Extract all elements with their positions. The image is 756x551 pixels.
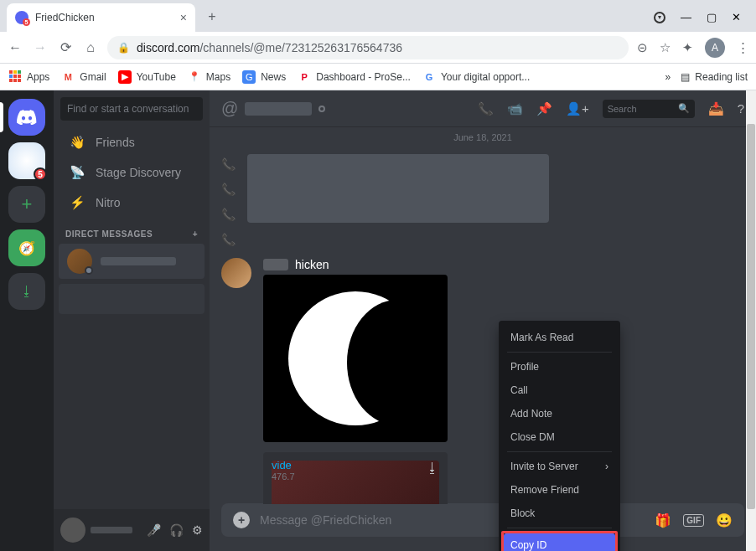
maximize-icon[interactable]: ▢ (707, 11, 717, 23)
bookmark-news[interactable]: GNews (242, 70, 286, 84)
image-attachment[interactable] (263, 275, 448, 442)
menu-mark-as-read[interactable]: Mark As Read (504, 326, 615, 349)
menu-icon[interactable]: ⋮ (737, 40, 749, 55)
bookmark-digital[interactable]: GYour digital opport... (422, 70, 530, 84)
server-list: 5 + 🧭 ⭳ (0, 90, 54, 551)
create-dm-icon[interactable]: + (193, 229, 198, 239)
inbox-icon[interactable]: 📥 (708, 101, 724, 116)
voice-call-icon[interactable]: 📞 (478, 101, 494, 116)
user-context-menu: Mark As Read Profile Call Add Note Close… (499, 321, 620, 551)
chat-area: @ 📞 📹 📌 👤+ Search🔍 📥 ? June 18, 2021 📞 📞… (210, 90, 756, 551)
menu-copy-id[interactable]: Copy ID (504, 533, 615, 551)
date-divider: June 18, 2021 (221, 127, 744, 147)
emoji-icon[interactable]: 😀 (716, 512, 733, 528)
call-icon: 📞 (221, 157, 236, 171)
close-window-icon[interactable]: ✕ (732, 11, 741, 23)
maps-icon: 📍 (188, 70, 201, 84)
add-server-button[interactable]: + (8, 186, 45, 223)
reading-list-button[interactable]: ▤Reading list (681, 71, 748, 83)
video-filesize: 476.7 (272, 471, 295, 481)
highlight-annotation: Copy ID (501, 531, 618, 551)
user-avatar (67, 249, 92, 274)
browser-toolbar: ← → ⟳ ⌂ 🔒 discord.com/channels/@me/72312… (0, 32, 756, 64)
attach-icon[interactable]: + (233, 512, 250, 528)
discord-app: 5 + 🧭 ⭳ Find or start a conversation 👋Fr… (0, 90, 756, 551)
friends-nav[interactable]: 👋Friends (59, 128, 205, 157)
nitro-nav[interactable]: ⚡Nitro (59, 188, 205, 217)
explore-servers-button[interactable]: 🧭 (8, 229, 45, 266)
download-apps-button[interactable]: ⭳ (8, 273, 45, 310)
bookmark-overflow-icon[interactable]: » (665, 71, 671, 83)
bookmark-star-icon[interactable]: ☆ (660, 40, 671, 55)
reload-button[interactable]: ⟳ (57, 39, 74, 55)
dm-username-redacted (101, 257, 176, 265)
dm-conversation[interactable] (59, 244, 205, 279)
account-indicator-icon[interactable] (654, 12, 665, 23)
address-bar[interactable]: 🔒 discord.com/channels/@me/7231252631765… (107, 36, 629, 59)
home-button[interactable]: ⌂ (82, 40, 99, 55)
bookmark-apps[interactable]: Apps (8, 70, 49, 84)
bookmark-youtube[interactable]: ▶YouTube (118, 70, 176, 84)
gmail-icon: M (61, 70, 75, 84)
search-icon: 🔍 (678, 103, 690, 114)
username-partial: hicken (295, 258, 329, 271)
menu-block[interactable]: Block (504, 502, 615, 525)
menu-call[interactable]: Call (504, 378, 615, 402)
nitro-icon: ⚡ (69, 195, 85, 210)
home-button[interactable] (8, 99, 45, 136)
message-group: 📞 📞 📞 📞 (221, 154, 744, 246)
server-item[interactable]: 5 (8, 142, 45, 179)
apps-icon (8, 70, 22, 84)
video-thumbnail (272, 461, 439, 504)
search-input[interactable]: Search🔍 (603, 100, 695, 118)
message-list[interactable]: June 18, 2021 📞 📞 📞 📞 hicken (210, 127, 756, 504)
menu-invite-to-server[interactable]: Invite to Server› (504, 455, 615, 478)
new-tab-button[interactable]: + (200, 5, 224, 28)
close-tab-icon[interactable]: × (180, 11, 187, 24)
video-attachment[interactable]: vide 476.7 ⭳ (263, 452, 448, 504)
video-call-icon[interactable]: 📹 (507, 101, 523, 116)
scrollbar-thumb[interactable] (747, 124, 755, 509)
input-placeholder: Message @FriedChicken (260, 513, 391, 527)
call-icons-column: 📞 📞 📞 📞 (221, 154, 236, 246)
bookmark-dashboard[interactable]: PDashboard - ProSe... (298, 70, 411, 84)
lock-icon: 🔒 (117, 42, 130, 54)
self-avatar[interactable] (60, 518, 85, 543)
video-filename: vide (272, 459, 295, 471)
zoom-icon[interactable]: ⊝ (637, 40, 648, 55)
gif-icon[interactable]: GIF (683, 514, 704, 527)
bookmark-maps[interactable]: 📍Maps (188, 70, 230, 84)
extensions-icon[interactable]: ✦ (682, 40, 693, 55)
bookmark-gmail[interactable]: MGmail (61, 70, 106, 84)
friends-icon: 👋 (69, 135, 85, 150)
chevron-right-icon: › (605, 461, 608, 472)
page-scrollbar[interactable] (746, 90, 756, 551)
reading-list-icon: ▤ (681, 71, 690, 83)
menu-remove-friend[interactable]: Remove Friend (504, 478, 615, 502)
news-icon: G (242, 70, 256, 84)
browser-tab[interactable]: FriedChicken × (7, 3, 195, 32)
menu-close-dm[interactable]: Close DM (504, 425, 615, 449)
stage-discovery-nav[interactable]: 📡Stage Discovery (59, 158, 205, 187)
minimize-icon[interactable]: — (681, 11, 691, 23)
menu-separator (507, 528, 612, 528)
message-input-area: + Message @FriedChicken 🎁 GIF 😀 (210, 504, 756, 551)
profile-avatar[interactable]: A (705, 38, 725, 58)
menu-add-note[interactable]: Add Note (504, 402, 615, 425)
message-avatar[interactable] (221, 258, 251, 288)
mute-icon[interactable]: 🎤̸ (147, 523, 161, 537)
deafen-icon[interactable]: 🎧 (169, 523, 184, 537)
back-button[interactable]: ← (7, 40, 23, 55)
message-input[interactable]: + Message @FriedChicken 🎁 GIF 😀 (221, 503, 744, 537)
find-conversation-input[interactable]: Find or start a conversation (60, 97, 203, 121)
menu-profile[interactable]: Profile (504, 355, 615, 378)
pinned-messages-icon[interactable]: 📌 (536, 101, 552, 116)
help-icon[interactable]: ? (738, 101, 744, 116)
dm-placeholder (59, 284, 205, 314)
download-icon[interactable]: ⭳ (426, 461, 439, 476)
status-indicator (318, 106, 325, 112)
youtube-icon: ▶ (118, 70, 132, 84)
settings-icon[interactable]: ⚙ (192, 523, 203, 537)
add-friends-icon[interactable]: 👤+ (566, 101, 589, 116)
gift-icon[interactable]: 🎁 (655, 512, 671, 528)
